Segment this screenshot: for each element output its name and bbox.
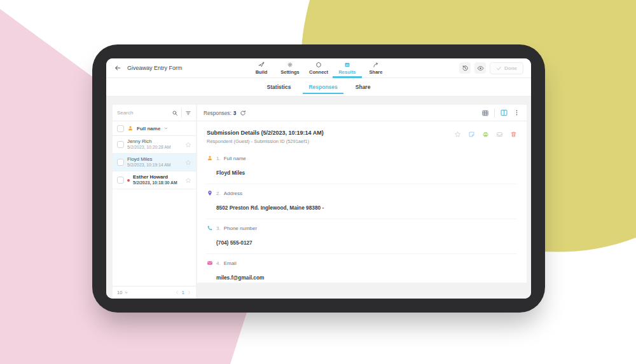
results-subtabs: Statistics Responses Share — [106, 78, 531, 97]
select-all-checkbox[interactable] — [117, 125, 124, 132]
top-toolbar: Giveaway Entry Form Build Settings — [106, 58, 531, 78]
respondent-name: Floyd Miles — [127, 156, 182, 163]
subtab-responses[interactable]: Responses — [303, 78, 343, 96]
field-head: 4. Email — [207, 260, 517, 266]
chevron-down-icon — [163, 126, 169, 131]
submission-fields: 1. Full name Floyd Miles 2. — [197, 148, 527, 288]
trash-icon[interactable] — [510, 131, 517, 138]
field-label: Email — [224, 260, 237, 266]
field-value: miles.f@gmail.com — [216, 274, 517, 281]
responses-content: Full name Jenny Rich 5/2/2023, 10:20:28 … — [106, 97, 531, 299]
star-icon[interactable] — [185, 177, 191, 184]
field-number: 3. — [216, 226, 221, 231]
more-options-icon[interactable] — [513, 109, 520, 116]
field-head: 1. Full name — [207, 155, 517, 161]
row-checkbox[interactable] — [117, 141, 124, 148]
row-checkbox[interactable] — [117, 177, 124, 184]
submission-header: Submission Details (5/2/2023, 10:19:14 A… — [197, 121, 527, 148]
field-label: Full name — [224, 156, 246, 161]
submission-row-unread[interactable]: Esther Howard 5/2/2023, 10:18:30 AM — [113, 172, 196, 189]
star-icon[interactable] — [454, 131, 461, 138]
field-number: 4. — [216, 260, 221, 266]
field-phone: 3. Phone number (704) 555-0127 — [207, 219, 517, 254]
search-input[interactable] — [117, 110, 169, 116]
page: Giveaway Entry Form Build Settings — [0, 0, 636, 364]
preview-button[interactable] — [474, 62, 486, 74]
list-footer: 10 1 — [113, 286, 196, 299]
app-screen: Giveaway Entry Form Build Settings — [106, 58, 531, 299]
form-title: Giveaway Entry Form — [127, 65, 183, 71]
submission-timestamp: 5/2/2023, 10:20:28 AM — [127, 145, 182, 150]
list-header-row: Full name — [113, 121, 196, 136]
done-button[interactable]: Done — [490, 62, 523, 74]
row-text: Jenny Rich 5/2/2023, 10:20:28 AM — [127, 138, 182, 150]
page-size-select[interactable]: 10 — [117, 290, 128, 295]
submission-timestamp: 5/2/2023, 10:19:14 AM — [127, 163, 182, 168]
submission-timestamp: 5/2/2023, 10:18:30 AM — [133, 180, 182, 185]
tab-label: Results — [338, 69, 356, 75]
subtab-label: Share — [356, 84, 371, 90]
field-label: Address — [224, 191, 242, 196]
subtab-label: Responses — [308, 84, 337, 90]
results-icon — [344, 62, 350, 68]
column-header-full-name[interactable]: Full name — [137, 126, 160, 131]
eye-icon — [477, 65, 484, 72]
row-text: Esther Howard 5/2/2023, 10:18:30 AM — [133, 174, 182, 185]
tab-label: Connect — [309, 69, 328, 75]
respondent-name: Jenny Rich — [127, 138, 182, 145]
field-value: (704) 555-0127 — [216, 239, 517, 246]
submission-actions — [454, 130, 517, 138]
responses-label: Responses: — [204, 110, 232, 116]
tab-label: Share — [370, 69, 383, 75]
submission-rows: Jenny Rich 5/2/2023, 10:20:28 AM Floyd M… — [113, 136, 196, 189]
chevron-right-icon[interactable] — [187, 290, 191, 295]
respondent-name: Esther Howard — [133, 174, 182, 180]
phone-icon — [207, 225, 213, 231]
tab-label: Build — [256, 69, 268, 75]
tab-results[interactable]: Results — [336, 58, 359, 78]
submission-row[interactable]: Jenny Rich 5/2/2023, 10:20:28 AM — [113, 136, 196, 154]
page-size-value: 10 — [117, 290, 122, 295]
field-label: Phone number — [224, 226, 257, 231]
toolbar-actions: Done — [459, 62, 523, 74]
table-view-icon[interactable] — [481, 109, 489, 117]
star-icon[interactable] — [185, 159, 191, 166]
pagination: 1 — [175, 290, 191, 295]
field-address: 2. Address 8502 Preston Rd. Inglewood, M… — [207, 184, 517, 219]
note-icon[interactable] — [468, 131, 475, 138]
column-view-icon[interactable] — [500, 109, 508, 117]
connect-icon — [315, 62, 322, 68]
submission-row-selected[interactable]: Floyd Miles 5/2/2023, 10:19:14 AM — [113, 154, 196, 172]
row-checkbox[interactable] — [117, 159, 124, 166]
share-icon — [373, 62, 379, 68]
page-number: 1 — [182, 290, 184, 295]
subtab-statistics[interactable]: Statistics — [261, 78, 297, 96]
unread-dot — [127, 179, 130, 182]
search-icon — [172, 110, 178, 116]
back-arrow-icon[interactable] — [114, 64, 121, 72]
chevron-left-icon[interactable] — [175, 290, 179, 295]
star-icon[interactable] — [185, 142, 191, 148]
filter-icon[interactable] — [185, 110, 191, 116]
responses-count: 3 — [233, 110, 237, 116]
field-number: 2. — [216, 191, 221, 196]
field-email: 4. Email miles.f@gmail.com — [207, 254, 517, 288]
subtab-share[interactable]: Share — [350, 78, 377, 96]
search-row — [113, 105, 196, 121]
tab-connect[interactable]: Connect — [307, 58, 330, 78]
tab-share[interactable]: Share — [364, 58, 387, 78]
view-switcher — [481, 109, 520, 118]
main-tabs: Build Settings Connect — [250, 58, 387, 78]
user-icon — [207, 155, 213, 161]
revision-history-button[interactable] — [459, 62, 471, 74]
inbox-icon[interactable] — [496, 131, 503, 138]
tab-build[interactable]: Build — [250, 58, 273, 78]
print-icon[interactable] — [482, 131, 489, 138]
tab-settings[interactable]: Settings — [279, 58, 301, 78]
done-label: Done — [504, 65, 517, 71]
submission-detail-panel: Responses: 3 — [197, 105, 527, 283]
field-head: 3. Phone number — [207, 225, 517, 231]
location-pin-icon — [207, 190, 213, 196]
refresh-icon[interactable] — [240, 110, 246, 116]
submission-title: Submission Details (5/2/2023, 10:19:14 A… — [207, 130, 324, 136]
